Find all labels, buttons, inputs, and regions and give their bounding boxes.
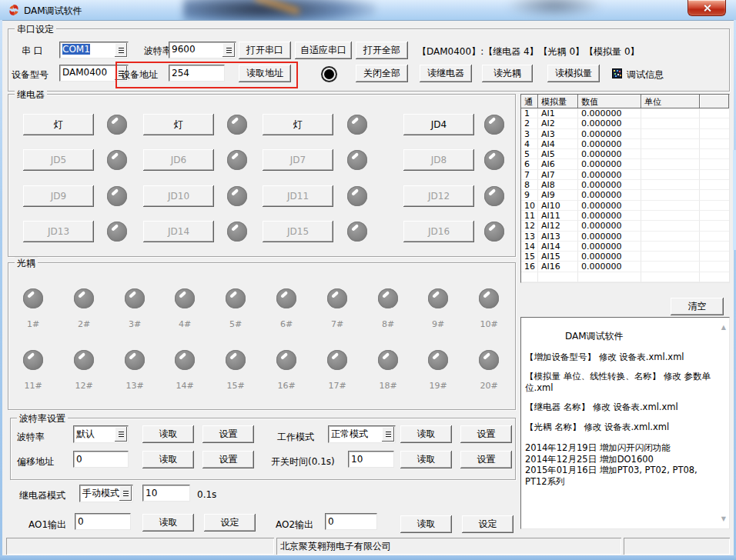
ao1-read-button[interactable]: 读取 (142, 514, 194, 532)
ao1-set-button[interactable]: 设定 (204, 514, 256, 532)
relay-button-16[interactable]: JD16 (403, 221, 474, 242)
relay-led-15 (347, 222, 367, 242)
dropdown-icon[interactable] (119, 486, 132, 501)
workmode-read-button[interactable]: 读取 (400, 425, 452, 443)
open-all-button[interactable]: 打开全部 (356, 42, 408, 59)
opto-label-4: 4# (169, 319, 200, 329)
opto-led-18 (378, 350, 398, 370)
read-relay-button[interactable]: 读继电器 (420, 65, 472, 82)
relay-button-2[interactable]: 灯 (143, 114, 214, 135)
relay-led-5 (107, 150, 127, 170)
device-summary: 【DAM0400】:【继电器 4】【光耦 0】【模拟量 0】 (417, 45, 640, 58)
scroll-up-icon[interactable]: ▲ (721, 324, 726, 331)
column-header[interactable] (700, 95, 729, 108)
relay-led-9 (107, 186, 127, 206)
read-analog-button[interactable]: 读模拟量 (547, 65, 600, 82)
table-row: 14AI140.000000 (521, 242, 729, 252)
opto-label-3: 3# (119, 319, 150, 329)
offset-set-button[interactable]: 设置 (202, 451, 254, 468)
analog-table[interactable]: 通 模拟量 数值 单位 1AI10.000000 2AI20.000000 3A… (520, 94, 730, 283)
baudrate-select[interactable]: 默认 (73, 425, 129, 443)
work-mode-select[interactable]: 正常模式 (328, 425, 396, 443)
baud-label: 波特率 (144, 45, 172, 58)
relay-button-12[interactable]: JD12 (403, 185, 474, 207)
close-icon (703, 4, 711, 12)
relay-button-5[interactable]: JD5 (23, 149, 94, 171)
baudrate-set-button[interactable]: 设置 (202, 425, 254, 443)
relay-button-9[interactable]: JD9 (23, 185, 94, 207)
column-header[interactable]: 通 (521, 95, 538, 108)
read-address-button[interactable]: 读取地址 (239, 65, 291, 82)
offset-address-input[interactable] (73, 451, 129, 468)
opto-label-5: 5# (220, 319, 251, 329)
table-row: 3AI30.000000 (521, 129, 729, 139)
table-row: 4AI40.000000 (521, 139, 729, 149)
column-header[interactable]: 数值 (578, 95, 641, 108)
opto-led-9 (428, 288, 448, 308)
clear-log-button[interactable]: 清空 (671, 298, 724, 315)
table-row: 16AI160.000000 (521, 262, 729, 272)
scroll-down-icon[interactable]: ▼ (721, 515, 726, 522)
table-row: 8AI80.000000 (521, 180, 729, 190)
log-line: 【模拟量 单位、线性转换、名称】 修改 参数单位.xml (525, 371, 715, 393)
relay-button-10[interactable]: JD10 (143, 185, 214, 207)
relay-mode-value: 手动模式 (82, 487, 119, 500)
relay-mode-select[interactable]: 手动模式 (79, 485, 133, 502)
open-serial-button[interactable]: 打开串口 (239, 42, 291, 59)
dropdown-icon[interactable] (382, 427, 394, 442)
column-header[interactable]: 模拟量 (538, 95, 578, 108)
switch-time-input[interactable] (348, 451, 394, 468)
relay-button-3[interactable]: 灯 (263, 114, 333, 135)
dropdown-icon[interactable] (115, 43, 127, 57)
opto-led-1 (23, 288, 43, 308)
dropdown-icon[interactable] (222, 43, 235, 57)
device-address-input[interactable] (169, 65, 225, 82)
relay-button-14[interactable]: JD14 (143, 221, 214, 242)
opto-label-11: 11# (18, 381, 49, 391)
log-panel[interactable]: DAM调试软件 【增加设备型号】 修改 设备表.xml.xml 【模拟量 单位、… (520, 317, 730, 529)
log-line: 【增加设备型号】 修改 设备表.xml.xml (525, 352, 715, 362)
dropdown-icon[interactable] (115, 427, 127, 442)
relay-led-6 (227, 150, 247, 170)
relay-button-4[interactable]: JD4 (403, 114, 474, 135)
opto-label-17: 17# (322, 381, 353, 391)
status-cell-right (624, 538, 730, 555)
adaptive-serial-button[interactable]: 自适应串口 (295, 42, 352, 59)
serial-group-title: 串口设定 (15, 23, 56, 36)
port-select[interactable]: COM1 (59, 42, 129, 58)
offset-address-label: 偏移地址 (17, 455, 54, 468)
relay-button-6[interactable]: JD6 (143, 149, 214, 171)
baudrate-read-button[interactable]: 读取 (142, 425, 194, 443)
relay-button-11[interactable]: JD11 (263, 185, 333, 207)
table-row-empty (521, 282, 729, 283)
relay-time-input[interactable] (142, 485, 190, 502)
opto-led-10 (479, 288, 499, 308)
close-all-button[interactable]: 关闭全部 (356, 65, 408, 82)
ao2-input[interactable] (325, 513, 377, 530)
opto-label-1: 1# (18, 319, 49, 329)
workmode-set-button[interactable]: 设置 (460, 425, 512, 443)
opto-label-12: 12# (69, 381, 99, 391)
debug-info-label[interactable]: 调试信息 (627, 68, 664, 82)
switchtime-set-button[interactable]: 设置 (460, 451, 512, 468)
title-bar[interactable]: DAM调试软件 (0, 0, 736, 20)
offset-read-button[interactable]: 读取 (142, 451, 194, 468)
opto-led-13 (125, 350, 145, 370)
close-button[interactable] (687, 0, 726, 16)
opto-label-10: 10# (473, 319, 504, 329)
relay-button-13[interactable]: JD13 (23, 221, 94, 242)
switchtime-read-button[interactable]: 读取 (400, 451, 452, 468)
baud-select[interactable]: 9600 (169, 42, 236, 58)
relay-led-8 (484, 150, 504, 170)
model-select[interactable]: DAM0400 (59, 65, 129, 82)
baud-group-title: 波特率设置 (17, 412, 68, 425)
relay-button-7[interactable]: JD7 (263, 149, 333, 171)
column-header[interactable]: 单位 (641, 95, 700, 108)
relay-button-15[interactable]: JD15 (263, 221, 333, 242)
ao2-set-button[interactable]: 设定 (462, 515, 514, 533)
ao2-read-button[interactable]: 读取 (400, 515, 452, 533)
ao1-input[interactable] (75, 513, 131, 530)
relay-button-8[interactable]: JD8 (403, 149, 474, 171)
read-opto-button[interactable]: 读光耦 (482, 65, 533, 82)
relay-button-1[interactable]: 灯 (23, 114, 94, 135)
